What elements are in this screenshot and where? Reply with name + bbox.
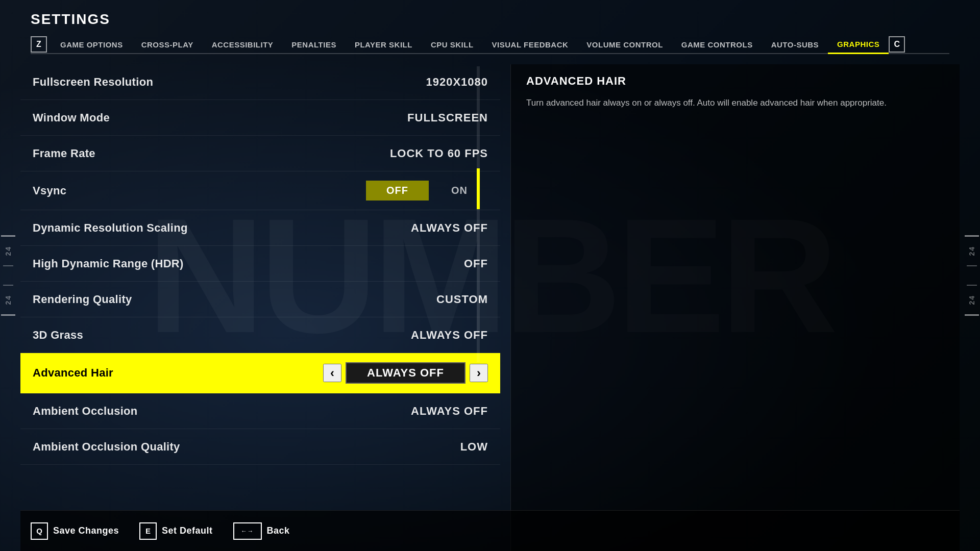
setting-label-rendering-quality: Rendering Quality — [33, 293, 132, 306]
side-tick — [967, 285, 977, 286]
setting-label-window-mode: Window Mode — [33, 111, 110, 124]
right-side-decoration: 24 24 — [964, 0, 980, 551]
footer-label-save: Save Changes — [53, 525, 119, 536]
nav-left-bracket[interactable]: Z — [31, 36, 47, 53]
tab-cpu-skill[interactable]: CPU SKILL — [422, 36, 483, 53]
setting-label-ambient-occlusion-quality: Ambient Occlusion Quality — [33, 440, 180, 454]
side-number-left: 24 — [4, 246, 12, 256]
tab-game-controls[interactable]: GAME CONTROLS — [672, 36, 762, 53]
navigation-tabs: Z GAME OPTIONS CROSS-PLAY ACCESSIBILITY … — [31, 36, 949, 54]
footer-action-back: ←→ Back — [233, 522, 290, 540]
setting-window-mode[interactable]: Window Mode FULLSCREEN — [20, 100, 500, 136]
setting-rendering-quality[interactable]: Rendering Quality CUSTOM — [20, 282, 500, 317]
setting-ambient-occlusion[interactable]: Ambient Occlusion ALWAYS OFF — [20, 393, 500, 429]
vsync-off-button[interactable]: OFF — [366, 181, 429, 201]
scroll-track — [477, 66, 480, 362]
tab-game-options[interactable]: GAME OPTIONS — [51, 36, 132, 53]
side-tick — [1, 314, 15, 316]
setting-vsync[interactable]: Vsync OFF ON — [20, 171, 500, 210]
vsync-toggle[interactable]: OFF ON — [366, 181, 488, 201]
footer-key-save[interactable]: Q — [31, 522, 48, 540]
main-container: SETTINGS Z GAME OPTIONS CROSS-PLAY ACCES… — [20, 0, 960, 551]
side-tick — [3, 265, 13, 266]
footer-label-back: Back — [267, 525, 290, 536]
setting-value-frame-rate: LOCK TO 60 FPS — [390, 147, 488, 160]
scroll-thumb[interactable] — [477, 168, 480, 209]
tab-graphics[interactable]: GRAPHICS — [828, 36, 889, 54]
setting-label-3d-grass: 3D Grass — [33, 329, 83, 342]
footer-action-default: E Set Default — [139, 522, 213, 540]
advanced-hair-value: ALWAYS OFF — [346, 362, 465, 384]
footer-key-back[interactable]: ←→ — [233, 522, 262, 540]
setting-advanced-hair[interactable]: Advanced Hair ‹ ALWAYS OFF › — [20, 353, 500, 393]
info-panel: ADVANCED HAIR Turn advanced hair always … — [510, 64, 960, 551]
setting-label-frame-rate: Frame Rate — [33, 147, 95, 160]
advanced-hair-value-container: ‹ ALWAYS OFF › — [323, 362, 488, 384]
info-panel-title: ADVANCED HAIR — [526, 74, 944, 88]
setting-dynamic-resolution[interactable]: Dynamic Resolution Scaling ALWAYS OFF — [20, 210, 500, 246]
footer-key-default[interactable]: E — [139, 522, 157, 540]
page-title: SETTINGS — [31, 11, 949, 28]
tab-accessibility[interactable]: ACCESSIBILITY — [203, 36, 283, 53]
content-area: Fullscreen Resolution 1920X1080 Window M… — [20, 64, 960, 551]
setting-label-fullscreen-resolution: Fullscreen Resolution — [33, 76, 153, 89]
left-side-decoration: 24 24 — [0, 0, 16, 551]
side-number-right-2: 24 — [968, 295, 976, 305]
setting-value-hdr: OFF — [464, 257, 488, 270]
header: SETTINGS Z GAME OPTIONS CROSS-PLAY ACCES… — [20, 0, 960, 54]
setting-label-advanced-hair: Advanced Hair — [33, 366, 113, 380]
setting-label-ambient-occlusion: Ambient Occlusion — [33, 405, 138, 418]
side-tick — [1, 235, 15, 237]
side-tick — [965, 314, 979, 316]
tab-cross-play[interactable]: CROSS-PLAY — [132, 36, 203, 53]
setting-value-ambient-occlusion-quality: LOW — [460, 440, 488, 454]
side-tick — [967, 265, 977, 266]
setting-ambient-occlusion-quality[interactable]: Ambient Occlusion Quality LOW — [20, 429, 500, 465]
footer-action-save: Q Save Changes — [31, 522, 119, 540]
settings-list: Fullscreen Resolution 1920X1080 Window M… — [20, 64, 500, 551]
setting-value-rendering-quality: CUSTOM — [436, 293, 488, 306]
tab-volume-control[interactable]: VOLUME CONTROL — [577, 36, 672, 53]
footer: Q Save Changes E Set Default ←→ Back — [20, 510, 960, 551]
side-tick — [965, 235, 979, 237]
setting-label-vsync: Vsync — [33, 184, 66, 197]
setting-fullscreen-resolution[interactable]: Fullscreen Resolution 1920X1080 — [20, 64, 500, 100]
advanced-hair-prev-button[interactable]: ‹ — [323, 364, 341, 382]
setting-value-window-mode: FULLSCREEN — [407, 111, 488, 124]
setting-label-dynamic-resolution: Dynamic Resolution Scaling — [33, 221, 188, 235]
setting-hdr[interactable]: High Dynamic Range (HDR) OFF — [20, 246, 500, 282]
side-number-left-2: 24 — [4, 295, 12, 305]
tab-auto-subs[interactable]: AUTO-SUBS — [762, 36, 828, 53]
advanced-hair-next-button[interactable]: › — [470, 364, 488, 382]
tab-player-skill[interactable]: PLAYER SKILL — [346, 36, 422, 53]
tab-penalties[interactable]: PENALTIES — [282, 36, 346, 53]
setting-value-ambient-occlusion: ALWAYS OFF — [411, 405, 488, 418]
setting-label-hdr: High Dynamic Range (HDR) — [33, 257, 184, 270]
info-panel-description: Turn advanced hair always on or always o… — [526, 96, 944, 110]
setting-3d-grass[interactable]: 3D Grass ALWAYS OFF — [20, 317, 500, 353]
side-tick — [3, 285, 13, 286]
setting-frame-rate[interactable]: Frame Rate LOCK TO 60 FPS — [20, 136, 500, 171]
footer-label-default: Set Default — [162, 525, 213, 536]
side-number-right: 24 — [968, 246, 976, 256]
tab-visual-feedback[interactable]: VISUAL FEEDBACK — [483, 36, 578, 53]
nav-right-bracket[interactable]: C — [889, 36, 905, 53]
